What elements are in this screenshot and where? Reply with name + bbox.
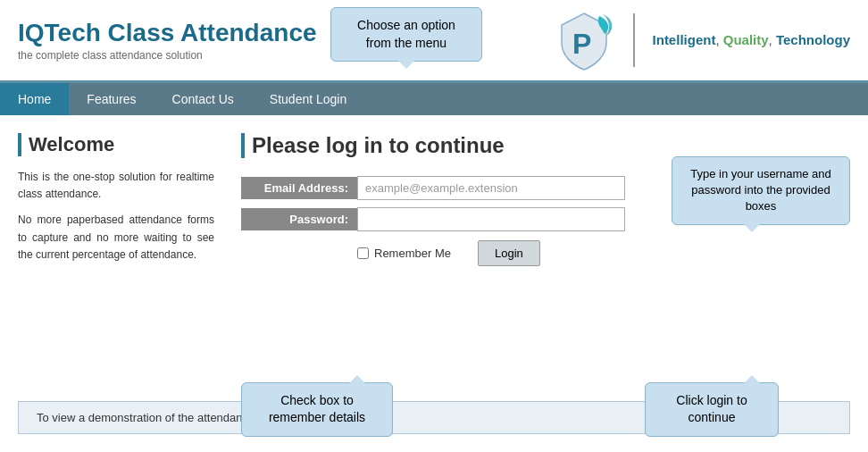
password-input[interactable] [357, 207, 625, 231]
nav-home[interactable]: Home [0, 83, 69, 115]
welcome-para-2: No more paperbased attendance forms to c… [18, 212, 214, 264]
tooltip-login-fields: Type in your username and password into … [672, 156, 850, 225]
remember-label: Remember Me [374, 247, 451, 260]
login-title: Please log in to continue [241, 133, 850, 158]
welcome-body: This is the one-stop solution for realti… [18, 169, 214, 264]
logo-area: P Intelligent, Quality, Technology [553, 9, 850, 71]
svg-text:P: P [572, 28, 591, 60]
remember-row: Remember Me [357, 247, 451, 260]
login-button[interactable]: Login [478, 240, 540, 266]
header: IQTech Class Attendance the complete cla… [0, 0, 868, 83]
remember-checkbox[interactable] [357, 247, 369, 259]
welcome-title: Welcome [18, 133, 214, 156]
tooltip-checkbox: Check box to remember details [241, 382, 393, 437]
tooltip-click-login: Click login to continue [645, 382, 779, 437]
tooltip-menu: Choose an option from the menu [330, 7, 482, 62]
app-subtitle: the complete class attendance solution [18, 49, 317, 62]
email-input[interactable] [357, 176, 625, 200]
welcome-section: Welcome This is the one-stop solution fo… [18, 133, 214, 383]
logo-tagline: Intelligent, Quality, Technology [653, 29, 850, 51]
navbar: Home Features Contact Us Student Login [0, 83, 868, 115]
password-label: Password: [241, 208, 357, 230]
email-label: Email Address: [241, 177, 357, 199]
header-title-block: IQTech Class Attendance the complete cla… [18, 19, 317, 62]
logo-divider [633, 13, 635, 67]
app-title: IQTech Class Attendance [18, 19, 317, 47]
nav-contact[interactable]: Contact Us [154, 83, 252, 115]
nav-student-login[interactable]: Student Login [252, 83, 364, 115]
nav-features[interactable]: Features [69, 83, 154, 115]
logo-icon: P [553, 9, 615, 71]
welcome-para-1: This is the one-stop solution for realti… [18, 169, 214, 203]
